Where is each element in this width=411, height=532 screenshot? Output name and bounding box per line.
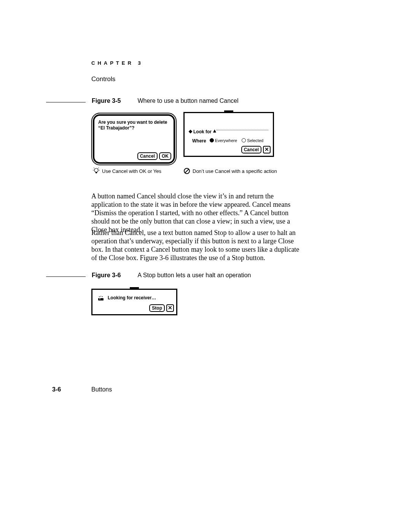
lookfor-panel: Look for ▲ Where Everywhere Selected Can… xyxy=(183,112,274,157)
stop-button[interactable]: Stop xyxy=(149,304,165,312)
figure-3-6-caption: Figure 3-6 A Stop button lets a user hal… xyxy=(46,272,312,279)
ok-button[interactable]: OK xyxy=(159,152,171,160)
svg-point-10 xyxy=(102,296,103,297)
radio-selected[interactable]: Selected xyxy=(242,138,263,143)
figure-3-6-number: Figure 3-6 xyxy=(92,272,121,279)
footer-section-name: Buttons xyxy=(91,386,112,393)
bad-usage-hint: Don’t use Cancel with a specific action xyxy=(183,168,277,174)
svg-line-7 xyxy=(185,169,189,173)
where-label: Where xyxy=(192,138,206,144)
radio-everywhere[interactable]: Everywhere xyxy=(210,138,237,143)
drag-handle-icon[interactable] xyxy=(224,110,233,113)
confirm-dialog: Are you sure you want to delete “El Trab… xyxy=(93,114,175,164)
body-paragraph-1: A button named Cancel should close the v… xyxy=(91,192,303,234)
lightbulb-icon xyxy=(93,168,100,174)
figure-3-5-caption: Figure 3-5 Where to use a button named C… xyxy=(46,97,312,104)
drag-handle-icon[interactable] xyxy=(130,287,139,289)
caption-rule xyxy=(46,102,86,102)
svg-point-9 xyxy=(99,296,100,297)
cancel-button[interactable]: Cancel xyxy=(137,152,158,160)
diamond-icon xyxy=(189,130,193,134)
lookfor-label: Look for xyxy=(189,129,212,134)
cancel-button[interactable]: Cancel xyxy=(241,146,261,153)
svg-rect-11 xyxy=(98,298,104,300)
svg-line-5 xyxy=(98,168,99,168)
beam-activity-icon xyxy=(97,295,105,303)
good-usage-hint: Use Cancel with OK or Yes xyxy=(93,168,161,174)
close-box[interactable]: ✕ xyxy=(166,304,174,312)
section-title: Controls xyxy=(91,75,115,83)
figure-3-6-title: A Stop button lets a user halt an operat… xyxy=(137,272,251,279)
figure-3-5-title: Where to use a button named Cancel xyxy=(137,97,238,104)
prohibited-icon xyxy=(183,168,190,174)
dotted-input-line[interactable] xyxy=(217,130,268,130)
chapter-eyebrow: CHAPTER 3 xyxy=(91,60,143,66)
figure-3-5-number: Figure 3-5 xyxy=(92,97,121,104)
where-radio-group: Everywhere Selected xyxy=(210,138,263,143)
svg-point-0 xyxy=(94,168,98,172)
radio-filled-icon xyxy=(210,138,214,142)
page-number: 3-6 xyxy=(52,386,61,393)
figure-3-6: Looking for receiver… Stop ✕ xyxy=(91,289,177,315)
caption-rule xyxy=(46,276,86,277)
progress-status-text: Looking for receiver… xyxy=(108,295,156,300)
svg-rect-1 xyxy=(96,172,97,173)
svg-point-8 xyxy=(100,296,101,297)
svg-rect-12 xyxy=(99,299,100,299)
close-box[interactable]: ✕ xyxy=(263,146,271,153)
svg-line-4 xyxy=(94,168,94,168)
radio-empty-icon xyxy=(242,138,246,142)
page: CHAPTER 3 Controls Figure 3-5 Where to u… xyxy=(0,0,411,532)
confirm-dialog-text: Are you sure you want to delete “El Trab… xyxy=(98,120,170,131)
caret-up-icon[interactable]: ▲ xyxy=(212,128,217,134)
progress-dialog: Looking for receiver… Stop ✕ xyxy=(91,289,177,315)
body-paragraph-2: Rather than Cancel, use a text button na… xyxy=(91,228,303,262)
